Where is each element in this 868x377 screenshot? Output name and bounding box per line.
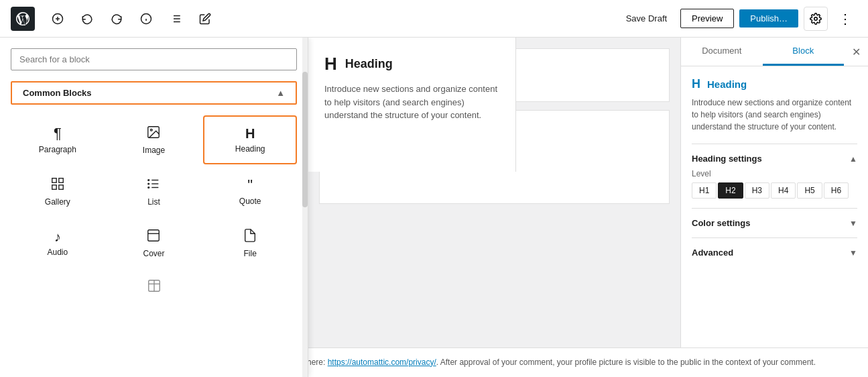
- add-block-button[interactable]: [46, 7, 70, 31]
- color-settings-title: Color settings: [692, 218, 750, 228]
- heading-preview-desc: Introduce new sections and organize cont…: [324, 83, 499, 122]
- svg-rect-18: [59, 185, 63, 189]
- category-label: Common Blocks: [23, 88, 92, 98]
- level-h2[interactable]: H2: [718, 182, 743, 199]
- sidebar-block-header: H Heading: [692, 77, 857, 91]
- sidebar-content: H Heading Introduce new sections and org…: [681, 66, 868, 377]
- block-item-audio[interactable]: ♪ Audio: [11, 219, 105, 268]
- heading-settings-header[interactable]: Heading settings ▲: [692, 154, 857, 164]
- sidebar-heading-icon: H: [692, 77, 700, 91]
- advanced-header[interactable]: Advanced ▼: [692, 248, 857, 258]
- info-button[interactable]: [134, 7, 158, 31]
- common-blocks-category[interactable]: Common Blocks ▲: [11, 81, 297, 105]
- svg-point-24: [148, 187, 149, 188]
- svg-rect-17: [52, 185, 56, 189]
- edit-icon: [199, 13, 211, 25]
- file-icon: [243, 228, 257, 245]
- audio-icon: ♪: [54, 230, 61, 244]
- color-settings-section: Color settings ▼: [692, 208, 857, 237]
- undo-icon: [81, 13, 93, 25]
- heading-settings-chevron-up: ▲: [849, 154, 857, 164]
- svg-point-14: [151, 129, 153, 131]
- block-item-gallery[interactable]: Gallery: [11, 167, 105, 216]
- svg-point-22: [148, 180, 149, 181]
- search-container: [0, 38, 308, 81]
- block-item-quote[interactable]: " Quote: [203, 167, 297, 216]
- list-label: List: [147, 197, 160, 207]
- tab-block[interactable]: Block: [763, 38, 845, 66]
- level-h6[interactable]: H6: [824, 182, 849, 199]
- footer-link[interactable]: https://automattic.com/privacy/: [328, 358, 436, 367]
- level-h4[interactable]: H4: [771, 182, 796, 199]
- svg-rect-16: [59, 178, 63, 182]
- color-settings-header[interactable]: Color settings ▼: [692, 218, 857, 228]
- heading-preview-icon: H: [324, 54, 337, 74]
- gallery-label: Gallery: [45, 197, 70, 207]
- paragraph-label: Paragraph: [39, 145, 76, 154]
- cover-label: Cover: [143, 249, 164, 258]
- scrollbar-track[interactable]: [302, 38, 308, 377]
- block-item-cover[interactable]: Cover: [107, 219, 201, 268]
- sidebar-tabs: Document Block ✕: [681, 38, 868, 66]
- list-icon: [170, 13, 182, 25]
- sidebar-panel: Document Block ✕ H Heading Introduce new…: [680, 38, 868, 377]
- sidebar-block-title: Heading: [707, 78, 747, 90]
- block-preview-header: H Heading: [324, 54, 499, 74]
- file-label: File: [243, 249, 256, 258]
- edit-button[interactable]: [193, 7, 217, 31]
- block-item-paragraph[interactable]: ¶ Paragraph: [11, 115, 105, 164]
- block-item-file[interactable]: File: [203, 219, 297, 268]
- gallery-icon: [50, 176, 65, 193]
- quote-label: Quote: [239, 197, 261, 206]
- svg-point-12: [814, 17, 818, 20]
- save-draft-button[interactable]: Save Draft: [618, 9, 675, 28]
- redo-icon: [111, 13, 123, 25]
- level-buttons: H1 H2 H3 H4 H5 H6: [692, 182, 857, 199]
- color-settings-chevron-down: ▼: [849, 219, 857, 228]
- search-input[interactable]: [11, 48, 297, 70]
- info-icon: [140, 13, 152, 25]
- redo-button[interactable]: [105, 7, 129, 31]
- undo-button[interactable]: [75, 7, 99, 31]
- footer-text-suffix: . After approval of your comment, your p…: [436, 358, 816, 367]
- more-blocks-row: [0, 273, 308, 299]
- toolbar-right: Save Draft Preview Publish… ⋮: [618, 7, 857, 31]
- level-label: Level: [692, 169, 857, 178]
- wp-logo[interactable]: [11, 7, 35, 31]
- chevron-up-icon: ▲: [276, 88, 285, 98]
- plus-icon: [52, 13, 64, 25]
- block-preview-panel: H Heading Introduce new sections and org…: [308, 38, 516, 172]
- scrollbar-thumb[interactable]: [302, 72, 308, 207]
- block-item-heading[interactable]: H Heading: [203, 115, 297, 164]
- list-block-icon: [146, 176, 161, 193]
- level-h5[interactable]: H5: [797, 182, 822, 199]
- advanced-section: Advanced ▼: [692, 237, 857, 267]
- heading-settings-section: Heading settings ▲ Level H1 H2 H3 H4 H5 …: [692, 144, 857, 208]
- gear-icon: [810, 13, 822, 25]
- more-options-button[interactable]: ⋮: [833, 7, 857, 31]
- settings-button[interactable]: [804, 7, 828, 31]
- heading-icon: H: [245, 127, 255, 140]
- tab-document[interactable]: Document: [681, 38, 763, 66]
- preview-button[interactable]: Preview: [680, 9, 734, 28]
- block-item-image[interactable]: Image: [107, 115, 201, 164]
- block-inserter-panel: Common Blocks ▲ ¶ Paragraph Image H Head…: [0, 38, 308, 377]
- level-h1[interactable]: H1: [692, 182, 717, 199]
- publish-button[interactable]: Publish…: [739, 9, 798, 28]
- sidebar-close-button[interactable]: ✕: [844, 40, 868, 64]
- main-toolbar: Save Draft Preview Publish… ⋮: [0, 0, 868, 38]
- sidebar-block-desc: Introduce new sections and organize cont…: [692, 97, 857, 133]
- audio-label: Audio: [47, 248, 68, 257]
- advanced-chevron-down: ▼: [849, 248, 857, 258]
- blocks-grid: ¶ Paragraph Image H Heading Gallery: [0, 110, 308, 273]
- level-h3[interactable]: H3: [745, 182, 769, 199]
- image-icon: [146, 125, 161, 142]
- block-item-list[interactable]: List: [107, 167, 201, 216]
- svg-point-23: [148, 183, 149, 184]
- image-label: Image: [143, 146, 165, 155]
- list-view-button[interactable]: [164, 7, 188, 31]
- svg-rect-15: [52, 178, 56, 182]
- cover-icon: [146, 228, 161, 245]
- table-icon: [147, 278, 162, 293]
- heading-label: Heading: [235, 144, 265, 154]
